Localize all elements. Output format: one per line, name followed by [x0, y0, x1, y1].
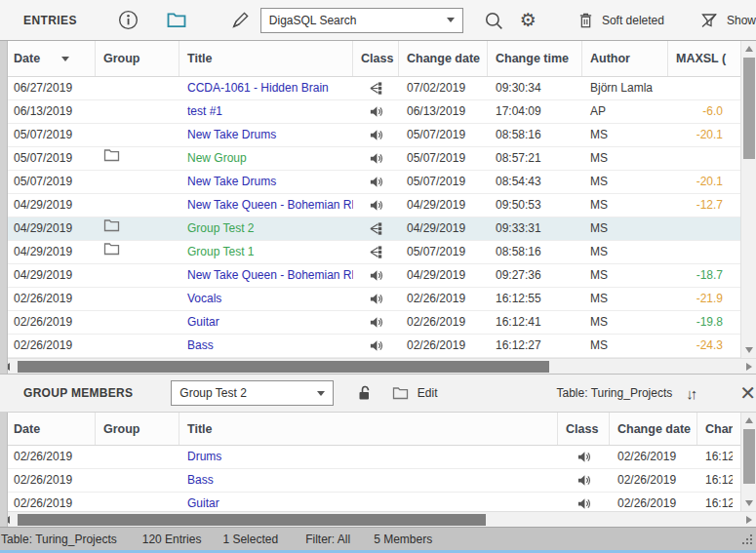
row-change-date: 04/29/2019 — [399, 264, 488, 288]
row-title: New Take Queen - Bohemian Rh — [179, 264, 353, 288]
row-author: MS — [582, 147, 668, 171]
row-change-time: 16:12:27 — [488, 335, 582, 358]
unlock-icon[interactable] — [357, 384, 373, 402]
status-table-name: Table: Turing_Projects — [1, 533, 117, 546]
scroll-up-icon[interactable] — [745, 46, 753, 52]
row-change-time: 16:12:55 — [488, 288, 582, 311]
trash-icon[interactable] — [577, 11, 594, 29]
column-header-change-date[interactable]: Change date — [610, 413, 697, 445]
table-row[interactable]: 05/07/2019New Group05/07/201908:57:21MS — [0, 147, 740, 171]
row-class — [353, 311, 399, 335]
table-row[interactable]: 04/29/2019Group Test 204/29/201909:33:31… — [0, 217, 740, 241]
row-change-time: 08:57:21 — [488, 147, 582, 171]
row-title: test #1 — [179, 100, 353, 124]
group-select-combobox[interactable]: Group Test 2 — [171, 380, 333, 406]
column-header-change-date[interactable]: Change date — [399, 41, 488, 76]
table-row[interactable]: 02/26/2019Guitar02/26/201916:12 — [0, 493, 740, 511]
row-change-time: 09:30:34 — [488, 77, 582, 100]
chevron-down-icon — [317, 391, 325, 396]
row-author: MS — [582, 124, 668, 147]
row-date: 05/07/2019 — [0, 124, 96, 147]
table-row[interactable]: 04/29/2019New Take Queen - Bohemian Rh04… — [0, 194, 740, 217]
info-icon[interactable] — [118, 10, 139, 30]
row-class — [353, 288, 399, 311]
resize-grip-icon[interactable] — [742, 534, 753, 545]
entries-vertical-scrollbar[interactable] — [740, 41, 756, 358]
close-icon[interactable]: ✕ — [739, 384, 756, 402]
row-title: Bass — [179, 335, 353, 358]
speaker-icon — [369, 151, 383, 166]
gear-icon[interactable]: ⚙ — [520, 9, 537, 31]
folder-icon[interactable] — [166, 12, 187, 28]
entries-horizontal-scrollbar[interactable] — [0, 358, 756, 374]
scroll-down-icon[interactable] — [745, 347, 753, 353]
table-row[interactable]: 04/29/2019Group Test 105/07/201908:58:16… — [0, 241, 740, 264]
table-row[interactable]: 04/29/2019New Take Queen - Bohemian Rh04… — [0, 264, 740, 288]
column-header-title[interactable]: Title — [179, 413, 558, 445]
rocket-icon[interactable] — [230, 10, 251, 30]
filter-off-icon[interactable] — [699, 11, 719, 30]
edit-button[interactable]: Edit — [418, 386, 438, 400]
row-title: New Group — [179, 147, 353, 171]
soft-deleted-button[interactable]: Soft deleted — [602, 14, 664, 27]
table-row[interactable]: 06/27/2019CCDA-1061 - Hidden Brain07/02/… — [0, 77, 740, 100]
row-group — [96, 194, 179, 217]
row-group — [96, 217, 179, 241]
row-date: 06/13/2019 — [0, 100, 96, 124]
row-group — [96, 77, 179, 100]
table-row[interactable]: 05/07/2019New Take Drums05/07/201908:58:… — [0, 124, 740, 147]
digasql-search-combobox[interactable]: DigaSQL Search — [260, 8, 463, 33]
row-change-date: 02/26/2019 — [399, 288, 488, 311]
entries-hscroll-thumb[interactable] — [18, 361, 549, 373]
column-header-maxsl[interactable]: MAXSL ( — [668, 41, 733, 76]
table-row[interactable]: 02/26/2019Vocals02/26/201916:12:55MS-21.… — [0, 288, 740, 311]
table-row[interactable]: 05/07/2019New Take Drums05/07/201908:54:… — [0, 171, 740, 194]
members-hscroll-thumb[interactable] — [18, 514, 486, 526]
entries-vscroll-thumb[interactable] — [743, 58, 755, 159]
scroll-right-icon[interactable] — [746, 516, 752, 524]
row-maxsl — [668, 241, 733, 264]
row-change-date: 02/26/2019 — [610, 493, 697, 512]
row-change-date: 02/26/2019 — [610, 446, 697, 469]
members-vscroll-thumb[interactable] — [743, 429, 755, 484]
column-header-group[interactable]: Group — [96, 413, 179, 445]
table-row[interactable]: 02/26/2019Bass02/26/201916:12 — [0, 469, 740, 493]
row-class — [353, 147, 399, 171]
speaker-icon — [369, 198, 383, 213]
row-class — [558, 446, 610, 469]
sort-updown-icon[interactable]: ↓↑ — [686, 385, 695, 402]
members-horizontal-scrollbar[interactable] — [0, 511, 756, 527]
row-maxsl: -19.8 — [668, 311, 733, 335]
table-row[interactable]: 06/13/2019test #106/13/201917:04:09AP-6.… — [0, 100, 740, 124]
table-row[interactable]: 02/26/2019Bass02/26/201916:12:27MS-24.3 — [0, 335, 740, 358]
status-entry-count: 120 Entries — [142, 533, 202, 546]
column-header-group[interactable]: Group — [96, 41, 179, 76]
search-icon[interactable] — [483, 10, 504, 31]
members-vertical-scrollbar[interactable] — [740, 413, 756, 511]
table-row[interactable]: 02/26/2019Drums02/26/201916:12 — [0, 446, 740, 469]
scroll-right-icon[interactable] — [746, 363, 752, 371]
column-header-class[interactable]: Class — [353, 41, 399, 76]
column-header-change-time[interactable]: Change time — [697, 413, 733, 445]
show-button[interactable]: Show — [727, 14, 756, 27]
column-header-change-time[interactable]: Change time — [488, 41, 582, 76]
scroll-down-icon[interactable] — [745, 500, 753, 506]
members-rows: 02/26/2019Drums02/26/201916:1202/26/2019… — [0, 446, 740, 511]
column-header-date[interactable]: Date — [0, 413, 96, 445]
speaker-icon — [369, 315, 383, 330]
entries-panel-title: ENTRIES — [23, 14, 77, 27]
column-header-class[interactable]: Class — [558, 413, 610, 445]
row-maxsl — [668, 77, 733, 100]
row-title: Drums — [179, 446, 558, 469]
column-header-date[interactable]: Date — [0, 41, 96, 76]
table-row[interactable]: 02/26/2019Guitar02/26/201916:12:41MS-19.… — [0, 311, 740, 335]
row-title: Vocals — [179, 288, 353, 311]
row-class — [353, 124, 399, 147]
row-maxsl: -18.7 — [668, 264, 733, 288]
scroll-up-icon[interactable] — [745, 417, 753, 423]
edit-folder-icon[interactable] — [392, 386, 409, 400]
group-class-icon — [369, 245, 383, 259]
status-bar: Table: Turing_Projects 120 Entries 1 Sel… — [0, 527, 756, 550]
column-header-title[interactable]: Title — [179, 41, 353, 76]
column-header-author[interactable]: Author — [582, 41, 668, 76]
